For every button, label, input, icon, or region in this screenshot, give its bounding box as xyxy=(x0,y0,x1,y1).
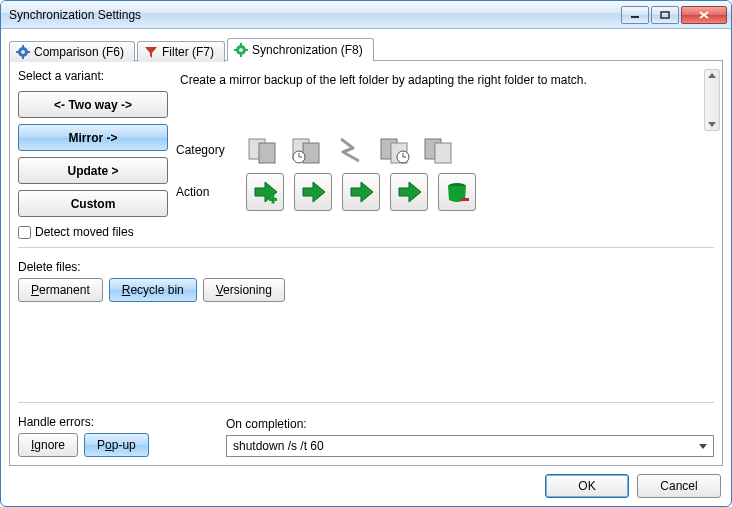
action-copy-right-button-3[interactable] xyxy=(390,173,428,211)
category-conflict-icon xyxy=(334,133,368,167)
description-scrollbar[interactable] xyxy=(704,69,720,131)
btn-rest: ersioning xyxy=(223,283,272,297)
separator xyxy=(18,402,714,403)
errors-ignore-button[interactable]: Ignore xyxy=(18,433,78,457)
variant-column: Select a variant: <- Two way -> Mirror -… xyxy=(18,69,168,239)
category-left-only-icon xyxy=(246,133,280,167)
action-buttons xyxy=(246,173,476,211)
detect-moved-checkbox[interactable] xyxy=(18,226,31,239)
svg-rect-8 xyxy=(16,51,19,53)
errors-label: Handle errors: xyxy=(18,415,208,429)
category-right-newer-icon xyxy=(378,133,412,167)
variant-two-way-button[interactable]: <- Two way -> xyxy=(18,91,168,118)
svg-rect-13 xyxy=(240,43,242,46)
completion-combo[interactable]: shutdown /s /t 60 xyxy=(226,435,714,457)
tab-filter[interactable]: Filter (F7) xyxy=(137,41,225,62)
gear-green-icon xyxy=(234,43,248,57)
variant-update-button[interactable]: Update > xyxy=(18,157,168,184)
minimize-button[interactable] xyxy=(621,6,649,24)
svg-rect-18 xyxy=(259,143,275,163)
maximize-button[interactable] xyxy=(651,6,679,24)
titlebar: Synchronization Settings xyxy=(1,1,731,29)
window: Synchronization Settings Comparison (F6)… xyxy=(0,0,732,507)
action-row: Action xyxy=(176,173,714,211)
svg-marker-10 xyxy=(145,47,157,58)
category-label: Category xyxy=(176,143,236,157)
tab-label: Comparison (F6) xyxy=(34,45,124,59)
completion-value: shutdown /s /t 60 xyxy=(233,439,324,453)
action-copy-right-new-button[interactable] xyxy=(246,173,284,211)
on-completion-section: On completion: shutdown /s /t 60 xyxy=(226,413,714,457)
category-right-only-icon xyxy=(422,133,456,167)
dialog-footer: OK Cancel xyxy=(9,466,723,498)
description-column: Create a mirror backup of the left folde… xyxy=(176,69,714,239)
delete-label: Delete files: xyxy=(18,260,714,274)
svg-marker-35 xyxy=(351,182,373,202)
svg-rect-9 xyxy=(27,51,30,53)
detect-moved-row[interactable]: Detect moved files xyxy=(18,225,168,239)
errors-popup-button[interactable]: Pop-up xyxy=(84,433,149,457)
close-button[interactable] xyxy=(681,6,727,24)
svg-marker-36 xyxy=(399,182,421,202)
separator xyxy=(18,247,714,248)
action-copy-right-button-1[interactable] xyxy=(294,173,332,211)
window-title: Synchronization Settings xyxy=(9,8,619,22)
tab-comparison[interactable]: Comparison (F6) xyxy=(9,41,135,62)
category-left-newer-icon xyxy=(290,133,324,167)
gear-icon xyxy=(16,45,30,59)
svg-marker-34 xyxy=(303,182,325,202)
detect-moved-label: Detect moved files xyxy=(35,225,134,239)
funnel-icon xyxy=(144,45,158,59)
bottom-section: Handle errors: Ignore Pop-up On completi… xyxy=(18,411,714,457)
tab-bar: Comparison (F6) Filter (F7) Synchronizat… xyxy=(9,35,723,61)
delete-section: Delete files: Permanent Recycle bin Vers… xyxy=(18,256,714,302)
errors-buttons: Ignore Pop-up xyxy=(18,433,208,457)
svg-rect-1 xyxy=(661,12,669,18)
category-row: Category xyxy=(176,133,714,167)
svg-rect-7 xyxy=(22,56,24,59)
completion-label: On completion: xyxy=(226,417,714,431)
tab-label: Synchronization (F8) xyxy=(252,43,363,57)
delete-recycle-button[interactable]: Recycle bin xyxy=(109,278,197,302)
tab-content: Select a variant: <- Two way -> Mirror -… xyxy=(9,60,723,466)
variant-heading: Select a variant: xyxy=(18,69,168,83)
btn-rest: p-up xyxy=(112,438,136,452)
variant-description: Create a mirror backup of the left folde… xyxy=(176,69,714,129)
tab-synchronization[interactable]: Synchronization (F8) xyxy=(227,38,374,61)
svg-rect-15 xyxy=(234,49,237,51)
cancel-button[interactable]: Cancel xyxy=(637,474,721,498)
svg-point-12 xyxy=(239,48,243,52)
svg-rect-38 xyxy=(461,198,469,201)
svg-rect-14 xyxy=(240,54,242,57)
btn-rest: ecycle bin xyxy=(130,283,183,297)
window-controls xyxy=(619,6,727,24)
action-label: Action xyxy=(176,185,236,199)
handle-errors-section: Handle errors: Ignore Pop-up xyxy=(18,411,208,457)
btn-rest: ermanent xyxy=(39,283,90,297)
ok-button[interactable]: OK xyxy=(545,474,629,498)
category-icons xyxy=(246,133,456,167)
svg-point-5 xyxy=(21,50,25,54)
client-area: Comparison (F6) Filter (F7) Synchronizat… xyxy=(1,29,731,506)
svg-rect-33 xyxy=(272,196,275,204)
variant-mirror-button[interactable]: Mirror -> xyxy=(18,124,168,151)
delete-buttons: Permanent Recycle bin Versioning xyxy=(18,278,714,302)
svg-rect-0 xyxy=(631,16,639,18)
upper-section: Select a variant: <- Two way -> Mirror -… xyxy=(18,69,714,239)
svg-rect-6 xyxy=(22,45,24,48)
tab-label: Filter (F7) xyxy=(162,45,214,59)
delete-permanent-button[interactable]: Permanent xyxy=(18,278,103,302)
svg-rect-20 xyxy=(303,143,319,163)
action-delete-button[interactable] xyxy=(438,173,476,211)
category-action-grid: Category Action xyxy=(176,133,714,211)
variant-custom-button[interactable]: Custom xyxy=(18,190,168,217)
action-copy-right-button-2[interactable] xyxy=(342,173,380,211)
svg-rect-30 xyxy=(435,143,451,163)
svg-rect-16 xyxy=(245,49,248,51)
btn-rest: gnore xyxy=(34,438,65,452)
delete-versioning-button[interactable]: Versioning xyxy=(203,278,285,302)
